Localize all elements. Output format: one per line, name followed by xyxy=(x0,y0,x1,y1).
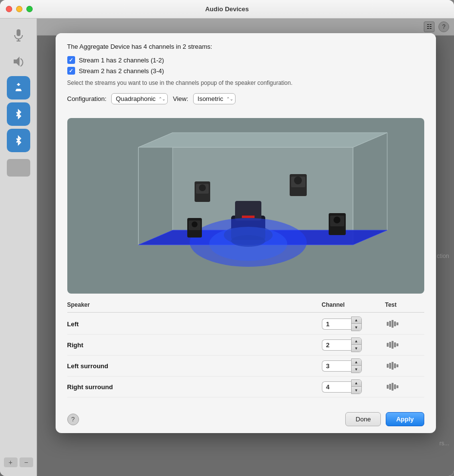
right-panel: ☷ ? ction rs... The Aggregate Device has… xyxy=(37,19,454,476)
svg-point-21 xyxy=(192,221,197,227)
svg-rect-50 xyxy=(396,385,398,388)
sidebar-item-bluetooth-2[interactable] xyxy=(7,129,30,152)
svg-rect-32 xyxy=(389,321,391,327)
svg-rect-39 xyxy=(394,342,396,347)
channel-up-right[interactable]: ▲ xyxy=(352,338,361,345)
sidebar-item-device[interactable] xyxy=(7,159,30,177)
done-button[interactable]: Done xyxy=(345,412,381,426)
help-button-dialog[interactable]: ? xyxy=(67,414,79,425)
test-button-right[interactable] xyxy=(385,339,400,350)
channel-control-right-surround: 4 ▲ ▼ xyxy=(322,379,385,394)
channel-value-left-surround: 3 xyxy=(322,360,351,372)
channel-value-left: 1 xyxy=(322,318,351,330)
svg-marker-8 xyxy=(353,133,387,245)
dialog-footer: ? Done Apply xyxy=(56,405,436,433)
speaker-name-left-surround: Left surround xyxy=(67,362,322,370)
configuration-select-wrapper: Quadraphonic Stereo 5.1 Surround 7.1 Sur… xyxy=(111,93,168,104)
channel-stepper-left: ▲ ▼ xyxy=(351,317,362,331)
svg-rect-31 xyxy=(387,322,389,326)
stream-1-label: Stream 1 has 2 channels (1-2) xyxy=(79,57,164,64)
close-button[interactable] xyxy=(6,6,12,12)
speaker-name-left: Left xyxy=(67,320,322,328)
channel-control-left-surround: 3 ▲ ▼ xyxy=(322,358,385,373)
stream-2-label: Stream 2 has 2 channels (3-4) xyxy=(79,67,164,75)
test-button-left-surround[interactable] xyxy=(385,360,400,371)
sidebar-item-speaker[interactable] xyxy=(7,50,30,73)
channel-up-right-surround[interactable]: ▲ xyxy=(352,380,361,387)
minimize-button[interactable] xyxy=(16,6,22,12)
test-button-right-surround[interactable] xyxy=(385,381,400,392)
svg-rect-41 xyxy=(387,364,389,368)
svg-rect-40 xyxy=(396,343,398,346)
channel-stepper-right: ▲ ▼ xyxy=(351,337,362,352)
speaker-name-right-surround: Right surround xyxy=(67,383,322,391)
svg-rect-34 xyxy=(394,321,396,326)
dialog-overlay: The Aggregate Device has 4 channels in 2… xyxy=(37,19,454,476)
channel-stepper-right-surround: ▲ ▼ xyxy=(351,379,362,394)
svg-point-24 xyxy=(334,217,340,223)
svg-rect-47 xyxy=(389,384,391,390)
svg-rect-38 xyxy=(392,341,394,349)
speaker-config-dialog: The Aggregate Device has 4 channels in 2… xyxy=(56,33,436,433)
sidebar-item-mic[interactable] xyxy=(7,23,30,47)
svg-rect-48 xyxy=(392,383,394,391)
window-title: Audio Devices xyxy=(205,5,249,13)
stream-2-row: Stream 2 has 2 channels (3-4) xyxy=(67,67,424,75)
main-content: + − ☷ ? ction rs... xyxy=(0,19,454,476)
channel-stepper-left-surround: ▲ ▼ xyxy=(351,358,362,373)
apply-button[interactable]: Apply xyxy=(386,412,424,426)
config-row: Configuration: Quadraphonic Stereo 5.1 S… xyxy=(67,93,424,104)
sidebar-item-bluetooth-1[interactable] xyxy=(7,102,30,126)
channel-down-right-surround[interactable]: ▼ xyxy=(352,387,361,394)
channel-down-left-surround[interactable]: ▼ xyxy=(352,366,361,373)
channel-up-left[interactable]: ▲ xyxy=(352,317,361,324)
view-select-wrapper: Isometric Top Front xyxy=(193,93,236,104)
svg-rect-0 xyxy=(17,29,20,36)
channel-down-left[interactable]: ▼ xyxy=(352,324,361,331)
channel-value-right: 2 xyxy=(322,339,351,351)
table-row: Left 1 ▲ ▼ xyxy=(67,314,424,335)
table-row: Right surround 4 ▲ ▼ xyxy=(67,377,424,397)
svg-rect-46 xyxy=(387,385,389,389)
channel-down-right[interactable]: ▼ xyxy=(352,345,361,352)
titlebar: Audio Devices xyxy=(0,0,454,19)
channel-up-left-surround[interactable]: ▲ xyxy=(352,359,361,366)
maximize-button[interactable] xyxy=(26,6,33,12)
sidebar: + − xyxy=(0,19,37,476)
stream-1-row: Stream 1 has 2 channels (1-2) xyxy=(67,56,424,64)
sidebar-item-usb[interactable] xyxy=(7,76,30,99)
test-button-left[interactable] xyxy=(385,318,400,329)
stream-1-checkbox[interactable] xyxy=(67,56,75,64)
channel-control-right: 2 ▲ ▼ xyxy=(322,337,385,352)
footer-buttons: Done Apply xyxy=(345,412,424,426)
test-col-left-surround xyxy=(385,360,424,371)
svg-rect-49 xyxy=(394,384,396,389)
svg-rect-33 xyxy=(392,320,394,328)
room-visualization xyxy=(67,118,424,294)
svg-rect-37 xyxy=(389,342,391,348)
col-header-test: Test xyxy=(385,301,424,308)
view-label: View: xyxy=(173,95,188,102)
table-row: Right 2 ▲ ▼ xyxy=(67,335,424,356)
test-col-left xyxy=(385,318,424,329)
test-col-right xyxy=(385,339,424,350)
svg-rect-45 xyxy=(396,364,398,367)
svg-point-18 xyxy=(209,227,287,261)
svg-rect-43 xyxy=(392,362,394,370)
main-window: Audio Devices xyxy=(0,0,454,476)
svg-rect-44 xyxy=(394,363,396,368)
stream-2-checkbox[interactable] xyxy=(67,67,75,75)
add-device-button[interactable]: + xyxy=(4,457,18,467)
col-header-channel: Channel xyxy=(322,301,385,308)
table-row: Left surround 3 ▲ ▼ xyxy=(67,356,424,377)
svg-rect-36 xyxy=(387,343,389,347)
speaker-table: Speaker Channel Test Left 1 ▲ ▼ xyxy=(56,294,436,405)
svg-marker-9 xyxy=(138,133,387,147)
svg-rect-35 xyxy=(396,322,398,325)
channel-control-left: 1 ▲ ▼ xyxy=(322,317,385,331)
svg-point-27 xyxy=(199,184,206,191)
configuration-select[interactable]: Quadraphonic Stereo 5.1 Surround 7.1 Sur… xyxy=(111,93,168,104)
remove-device-button[interactable]: − xyxy=(20,457,33,467)
view-select[interactable]: Isometric Top Front xyxy=(193,93,236,104)
svg-marker-7 xyxy=(138,133,173,245)
